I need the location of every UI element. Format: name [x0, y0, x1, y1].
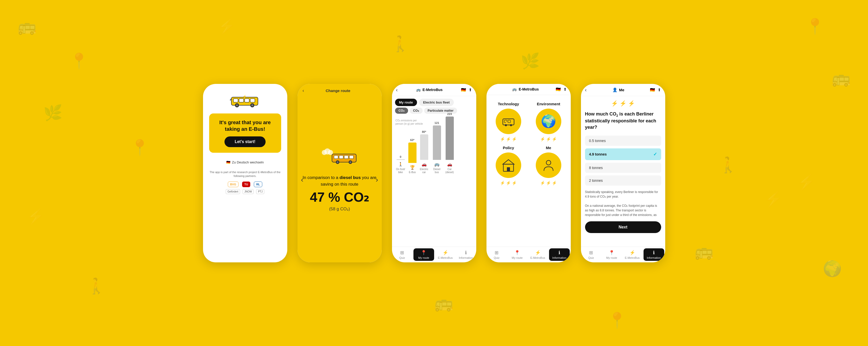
- svg-point-14: [328, 150, 333, 155]
- welcome-headline: It's great that you are taking an E-Bus!: [214, 119, 276, 132]
- start-button[interactable]: Let's start!: [224, 136, 266, 147]
- rl-logo: RL: [254, 181, 262, 187]
- tab-electric-fleet[interactable]: Electric bus fleet: [419, 99, 454, 106]
- bar-electric-car: 80* 🚗 Electric car: [419, 130, 429, 174]
- share-icon-5[interactable]: ⬆: [658, 88, 661, 92]
- nav5-quiz[interactable]: ⊞ Quiz: [581, 248, 602, 261]
- nav5-information[interactable]: ℹ Information: [644, 248, 664, 261]
- main-tabs: My route Electric bus fleet: [392, 96, 476, 108]
- funder-logo-3: PTJ: [256, 189, 264, 194]
- svg-point-23: [349, 162, 351, 163]
- funder-logo-2: JNOW: [243, 189, 254, 194]
- phone-1-welcome: ⚡ It's great that you are taking an E-Bu…: [203, 84, 287, 263]
- nav-information[interactable]: ℹ Information: [456, 248, 476, 261]
- phones-container: ⚡ It's great that you are taking an E-Bu…: [203, 84, 665, 263]
- flag-icon-5: 🇩🇪: [650, 88, 655, 92]
- tech-title: Technology: [498, 102, 519, 106]
- share-icon-4[interactable]: ⬆: [563, 87, 567, 92]
- svg-rect-17: [339, 155, 343, 159]
- bottom-nav-4: ⊞ Quiz 📍 My route ⚡ E-MetroBus ℹ Informa…: [487, 247, 571, 263]
- bus-nav-icon: 🚌: [416, 88, 421, 92]
- checkmark-icon: ✓: [653, 151, 657, 157]
- svg-marker-31: [503, 160, 514, 164]
- nav5-e-metrobus[interactable]: ⚡ E-MetroBus: [622, 248, 643, 261]
- svg-rect-32: [507, 167, 510, 171]
- svg-point-28: [505, 124, 507, 126]
- nav-my-route[interactable]: 📍 My route: [413, 248, 434, 261]
- categories-grid: Technology ⚡ ⚡⚡⚡: [491, 102, 567, 185]
- next-button[interactable]: Next: [585, 221, 661, 233]
- prev-arrow[interactable]: ‹: [301, 176, 303, 184]
- header-title: E-MetroBus: [423, 88, 443, 92]
- phone5-content: ⚡ ⚡ ⚡ How much CO2 is each Berliner stat…: [581, 96, 665, 247]
- bar-diesel-bus: 121 🚌 Diesel bus: [432, 122, 442, 174]
- funder-logo-1: Gefördert: [226, 189, 240, 194]
- svg-point-29: [510, 124, 512, 126]
- category-me[interactable]: Me ⚡⚡⚡: [531, 146, 567, 185]
- phone4-header: 🚌 E-MetroBus 🇩🇪 ⬆: [487, 84, 571, 95]
- chart-label: CO₂ emissions per person (in g) per vehi…: [396, 119, 424, 126]
- phone5-header: ‹ 👤 Me 🇩🇪 ⬆: [581, 84, 665, 96]
- svg-rect-2: [239, 99, 244, 102]
- flag-icon-4: 🇩🇪: [556, 87, 561, 92]
- svg-point-21: [337, 162, 338, 163]
- header4-icons: 🇩🇪 ⬆: [556, 87, 567, 92]
- env-lightning: ⚡⚡⚡: [540, 137, 557, 141]
- category-policy[interactable]: Policy ⚡⚡⚡: [491, 146, 527, 185]
- saving-sub: (58 g CO₂): [329, 206, 350, 212]
- svg-rect-3: [245, 99, 249, 102]
- next-arrow[interactable]: ›: [376, 176, 378, 184]
- nav4-quiz[interactable]: ⊞ Quiz: [487, 248, 507, 261]
- svg-point-33: [546, 161, 551, 165]
- quiz-options: 0.5 tonnes 4.9 tonnes ✓ 8 tonnes 2 tonne…: [585, 136, 661, 185]
- svg-rect-16: [334, 155, 338, 159]
- svg-rect-4: [250, 99, 255, 102]
- back-icon[interactable]: ‹: [396, 87, 398, 93]
- sub-tab-co2-2[interactable]: CO₂: [410, 108, 423, 114]
- svg-rect-1: [234, 99, 238, 102]
- svg-rect-19: [349, 155, 353, 159]
- me-header-label: Me: [619, 88, 624, 92]
- bar-ebus: 63* 🏆 E-Bus: [408, 138, 416, 174]
- category-environment[interactable]: Environment 🌍 ⚡⚡⚡: [531, 102, 567, 141]
- phone-3-chart: ‹ 🚌 E-MetroBus 🇩🇪 ⬆ My route Electric bu…: [392, 84, 476, 263]
- svg-point-8: [251, 104, 253, 106]
- nav4-e-metrobus[interactable]: ⚡ E-MetroBus: [528, 248, 548, 261]
- phone2-content: ‹ ›: [298, 97, 382, 263]
- flag-icon: 🇩🇪: [461, 88, 466, 92]
- svg-text:⚡: ⚡: [243, 95, 246, 98]
- bottom-nav: ⊞ Quiz 📍 My route ⚡ E-MetroBus ℹ Informa…: [392, 247, 476, 263]
- nav5-my-route[interactable]: 📍 My route: [601, 248, 622, 261]
- tab-my-route[interactable]: My route: [395, 99, 417, 106]
- funder-logos: Gefördert JNOW PTJ: [226, 189, 264, 194]
- policy-lightning: ⚡⚡⚡: [500, 180, 517, 185]
- option-0-5[interactable]: 0.5 tonnes: [585, 136, 661, 146]
- me-circle: [536, 152, 561, 178]
- bar-chart: 0 🚶 On foot/ bike 63* 🏆 E-Bus 80* 🚗 Elec…: [396, 128, 473, 174]
- bar-diesel-car: 223 🚗 Car (diesel): [444, 112, 455, 174]
- option-4-9[interactable]: 4.9 tonnes ✓: [585, 148, 661, 160]
- back-icon-5[interactable]: ‹: [585, 87, 587, 93]
- category-technology[interactable]: Technology ⚡ ⚡⚡⚡: [491, 102, 527, 141]
- answer-explanation: Statistically speaking, every Berliner i…: [585, 190, 661, 217]
- share-icon[interactable]: ⬆: [469, 88, 472, 92]
- option-8[interactable]: 8 tonnes: [585, 163, 661, 173]
- change-route-title: Change route: [326, 89, 350, 93]
- nav-e-metrobus[interactable]: ⚡ E-MetroBus: [435, 248, 456, 261]
- phone4-content: Technology ⚡ ⚡⚡⚡: [487, 95, 571, 247]
- svg-point-6: [236, 104, 238, 106]
- nav4-information[interactable]: ℹ Information: [549, 248, 570, 261]
- welcome-box: It's great that you are taking an E-Bus!…: [209, 113, 281, 153]
- header4-title: E-MetroBus: [519, 87, 539, 91]
- env-circle: 🌍: [536, 109, 561, 134]
- sub-tab-co2-1[interactable]: CO₂: [395, 108, 408, 114]
- language-switch[interactable]: 🇩🇪 Zu Deutsch wechseln: [226, 161, 264, 164]
- header4-center: 🚌 E-MetroBus: [512, 87, 539, 91]
- option-2[interactable]: 2 tonnes: [585, 175, 661, 185]
- bus-illustration: [319, 148, 360, 167]
- sub-tabs: CO₂ CO₂ Particulate matter: [392, 108, 476, 116]
- nav-quiz[interactable]: ⊞ Quiz: [392, 248, 413, 261]
- nav4-my-route[interactable]: 📍 My route: [507, 248, 528, 261]
- back-arrow[interactable]: ‹: [303, 88, 304, 93]
- person-icon-5: 👤: [612, 88, 618, 92]
